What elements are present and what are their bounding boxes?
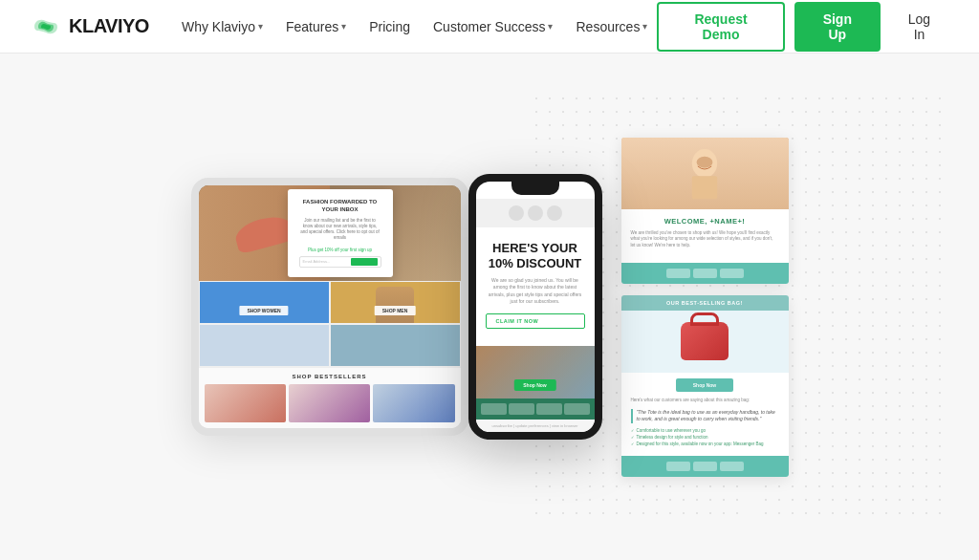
chevron-down-icon: ▾ xyxy=(548,21,553,32)
shoe-image xyxy=(232,212,295,255)
bag-image xyxy=(681,322,729,360)
header-dot-3 xyxy=(547,205,562,221)
welcome-email-card: WELCOME, +NAME+! We are thrilled you've … xyxy=(621,138,789,284)
welcome-card-body: WELCOME, +NAME+! We are thrilled you've … xyxy=(621,209,789,263)
request-demo-button[interactable]: Request Demo xyxy=(657,2,784,52)
bestseller-header-text: OUR BEST-SELLING BAG! xyxy=(629,300,781,306)
popup-email-input[interactable]: Email Address... xyxy=(299,256,381,268)
popup-text: Join our mailing list and be the first t… xyxy=(299,218,381,242)
bestseller-card-footer xyxy=(621,456,789,477)
shop-men-label: SHOP MEN xyxy=(375,306,416,315)
nav-actions: Request Demo Sign Up Log In xyxy=(657,2,948,52)
bestseller-bullets: Comfortable to use wherever you go Timel… xyxy=(631,428,779,446)
person-photo xyxy=(621,138,789,209)
tablet-hero-section: FASHION FORWARDED TO YOUR INBOX Join our… xyxy=(199,185,461,281)
header-dot-2 xyxy=(528,205,543,221)
tablet-mockup: FASHION FORWARDED TO YOUR INBOX Join our… xyxy=(191,178,468,436)
bullet-1: Comfortable to use wherever you go xyxy=(631,428,779,433)
grid-cell-4 xyxy=(330,324,461,367)
phone-header-bar xyxy=(476,199,595,227)
log-in-button[interactable]: Log In xyxy=(890,4,948,50)
phone-product-image: Shop Now xyxy=(476,346,595,398)
phone-device: HERE'S YOUR10% DISCOUNT We are so glad y… xyxy=(468,174,602,439)
footer-link-2 xyxy=(693,269,717,278)
bestsellers-grid xyxy=(205,384,455,422)
bestseller-card-text: Here's what our customers are saying abo… xyxy=(631,398,779,404)
shop-men-cell: SHOP MEN xyxy=(330,281,461,324)
claim-button[interactable]: CLAIM IT NOW xyxy=(486,313,585,329)
footer-link-2 xyxy=(693,462,717,471)
email-templates-section: WELCOME, +NAME+! We are thrilled you've … xyxy=(621,138,789,477)
svg-rect-1 xyxy=(692,176,717,199)
shop-women-label: SHOP WOMEN xyxy=(239,306,288,315)
bestseller-card-image xyxy=(621,311,789,373)
phone-footer: unsubscribe | update preferences | view … xyxy=(476,420,595,432)
nav-item-2 xyxy=(509,403,534,415)
footer-text: unsubscribe | update preferences | view … xyxy=(482,423,589,428)
submit-button[interactable] xyxy=(351,258,378,266)
logo[interactable]: KLAVIYO xyxy=(31,15,149,38)
klaviyo-logo-icon xyxy=(31,15,61,38)
welcome-card-footer xyxy=(621,263,789,284)
chevron-down-icon: ▾ xyxy=(341,21,346,32)
sign-up-button[interactable]: Sign Up xyxy=(794,2,881,52)
phone-notch xyxy=(511,182,559,195)
nav-item-1 xyxy=(481,403,507,415)
phone-screen: HERE'S YOUR10% DISCOUNT We are so glad y… xyxy=(476,182,595,431)
tablet-bestsellers-section: SHOP BESTSELLERS xyxy=(199,367,461,428)
chevron-down-icon: ▾ xyxy=(642,21,647,32)
nav-customer-success[interactable]: Customer Success ▾ xyxy=(424,13,562,40)
header-dot-1 xyxy=(509,205,524,221)
nav-pricing[interactable]: Pricing xyxy=(359,13,420,40)
nav-item-4 xyxy=(564,403,590,415)
popup-title: FASHION FORWARDED TO YOUR INBOX xyxy=(299,199,381,214)
nav-links: Why Klaviyo ▾ Features ▾ Pricing Custome… xyxy=(172,13,657,40)
nav-resources[interactable]: Resources ▾ xyxy=(566,13,657,40)
discount-text: We are so glad you joined us. You will b… xyxy=(486,277,585,306)
person-svg xyxy=(676,142,733,207)
tablet-device: FASHION FORWARDED TO YOUR INBOX Join our… xyxy=(191,178,468,436)
nav-features[interactable]: Features ▾ xyxy=(276,13,356,40)
bestseller-item-2 xyxy=(289,384,370,422)
svg-point-2 xyxy=(697,156,713,167)
brand-name: KLAVIYO xyxy=(69,15,149,37)
bestseller-card-body: Shop Now Here's what our customers are s… xyxy=(621,373,789,456)
hero-section: FASHION FORWARDED TO YOUR INBOX Join our… xyxy=(0,54,979,560)
welcome-card-image xyxy=(621,138,789,209)
chevron-down-icon: ▾ xyxy=(258,21,263,32)
bag-handle xyxy=(690,312,719,326)
bestseller-quote: "The Tote is the ideal bag to use as an … xyxy=(631,409,779,423)
email-popup: FASHION FORWARDED TO YOUR INBOX Join our… xyxy=(288,189,393,277)
popup-link: Plus get 10% off your first sign up xyxy=(299,248,381,252)
nav-why-klaviyo[interactable]: Why Klaviyo ▾ xyxy=(172,13,272,40)
welcome-card-text: We are thrilled you've chosen to shop wi… xyxy=(631,230,779,249)
bullet-2: Timeless design for style and function xyxy=(631,435,779,440)
email-placeholder: Email Address... xyxy=(303,259,331,264)
footer-link-3 xyxy=(720,269,744,278)
footer-link-3 xyxy=(720,462,744,471)
tablet-shop-grid: SHOP WOMEN SHOP MEN xyxy=(199,281,461,367)
bestseller-shop-button[interactable]: Shop Now xyxy=(676,378,733,392)
shop-now-button[interactable]: Shop Now xyxy=(513,379,555,391)
footer-link-1 xyxy=(666,269,690,278)
grid-cell-3 xyxy=(199,324,330,367)
bestseller-email-card: OUR BEST-SELLING BAG! Shop Now Here's wh… xyxy=(621,295,789,477)
phone-bottom-bar xyxy=(476,398,595,420)
bestseller-item-1 xyxy=(205,384,286,422)
footer-link-1 xyxy=(666,462,690,471)
bestsellers-label: SHOP BESTSELLERS xyxy=(205,374,455,379)
discount-title: HERE'S YOUR10% DISCOUNT xyxy=(486,241,585,270)
shop-women-cell: SHOP WOMEN xyxy=(199,281,330,324)
discount-section: HERE'S YOUR10% DISCOUNT We are so glad y… xyxy=(476,227,595,345)
bestseller-item-3 xyxy=(373,384,454,422)
welcome-card-title: WELCOME, +NAME+! xyxy=(631,217,779,226)
bestseller-card-header: OUR BEST-SELLING BAG! xyxy=(621,295,789,311)
nav-item-3 xyxy=(536,403,562,415)
bullet-3: Designed for this style, available now o… xyxy=(631,442,779,446)
navigation: KLAVIYO Why Klaviyo ▾ Features ▾ Pricing… xyxy=(0,0,979,54)
phone-mockup: HERE'S YOUR10% DISCOUNT We are so glad y… xyxy=(468,174,602,439)
tablet-screen: FASHION FORWARDED TO YOUR INBOX Join our… xyxy=(199,185,461,428)
